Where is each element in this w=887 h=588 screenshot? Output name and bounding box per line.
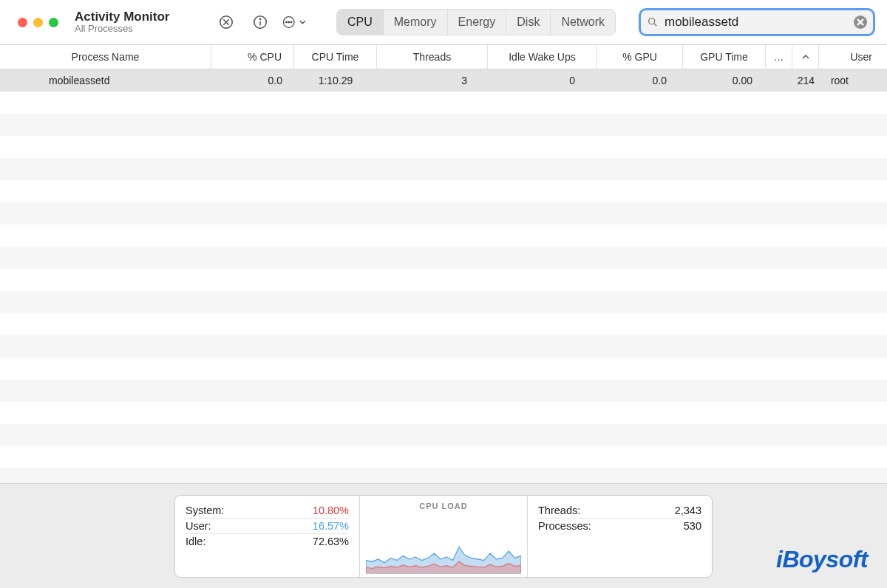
chevron-down-icon xyxy=(299,18,307,27)
col-user[interactable]: User xyxy=(819,45,887,69)
user-value: 16.57% xyxy=(313,520,349,532)
more-options-button[interactable] xyxy=(282,10,307,35)
footer: System: 10.80% User: 16.57% Idle: 72.63%… xyxy=(0,483,887,588)
cell-user: root xyxy=(819,75,887,86)
cell-gpu-time: 0.00 xyxy=(683,75,766,86)
search-input[interactable] xyxy=(665,15,848,30)
col-idle-wakeups[interactable]: Idle Wake Ups xyxy=(488,45,597,69)
table-row xyxy=(0,247,887,269)
idle-value: 72.63% xyxy=(313,536,349,547)
svg-point-9 xyxy=(290,21,292,23)
table-row xyxy=(0,358,887,380)
cell-pid: 214 xyxy=(766,75,819,86)
system-value: 10.80% xyxy=(313,505,349,516)
svg-line-11 xyxy=(654,24,656,26)
watermark-logo: iBoysoft xyxy=(776,546,868,573)
clear-search-button[interactable] xyxy=(854,16,867,29)
cpu-load-graph xyxy=(366,515,521,574)
col-process-name[interactable]: Process Name xyxy=(0,45,211,69)
table-row xyxy=(0,446,887,468)
idle-label: Idle: xyxy=(186,536,205,547)
stop-process-button[interactable] xyxy=(214,10,239,35)
info-icon xyxy=(252,14,268,30)
table-row xyxy=(0,158,887,180)
window-controls xyxy=(18,18,58,27)
cell-gpu: 0.0 xyxy=(597,75,683,86)
col-sort-indicator[interactable] xyxy=(792,45,819,69)
tab-disk[interactable]: Disk xyxy=(506,10,551,35)
cell-process-name: mobileassetd xyxy=(0,75,211,86)
threads-value: 2,343 xyxy=(675,505,701,516)
stop-icon xyxy=(218,14,234,30)
table-row xyxy=(0,424,887,446)
table-row xyxy=(0,313,887,335)
ellipsis-circle-icon xyxy=(282,14,296,30)
table-row xyxy=(0,225,887,247)
app-subtitle: All Processes xyxy=(75,24,200,35)
system-label: System: xyxy=(186,505,224,516)
view-tabs: CPU Memory Energy Disk Network xyxy=(336,9,616,35)
table-row xyxy=(0,269,887,291)
tab-cpu[interactable]: CPU xyxy=(337,10,384,35)
col-gpu-time[interactable]: GPU Time xyxy=(683,45,766,69)
table-row[interactable]: mobileassetd 0.0 1:10.29 3 0 0.0 0.00 21… xyxy=(0,69,887,92)
svg-point-5 xyxy=(259,18,260,19)
col-threads[interactable]: Threads xyxy=(377,45,488,69)
col-cpu-percent[interactable]: % CPU xyxy=(211,45,294,69)
zoom-button[interactable] xyxy=(49,18,58,27)
svg-point-7 xyxy=(286,21,288,23)
table-row xyxy=(0,136,887,158)
col-more[interactable]: … xyxy=(766,45,792,69)
chevron-up-icon xyxy=(802,53,809,61)
title-block: Activity Monitor All Processes xyxy=(75,10,200,35)
cpu-load-chart: CPU LOAD xyxy=(359,496,528,577)
table-row xyxy=(0,335,887,358)
table-row xyxy=(0,402,887,424)
cpu-usage-column: System: 10.80% User: 16.57% Idle: 72.63% xyxy=(175,496,359,577)
close-button[interactable] xyxy=(18,18,27,27)
info-button[interactable] xyxy=(248,10,273,35)
table-row xyxy=(0,180,887,202)
table-row xyxy=(0,291,887,313)
toolbar: Activity Monitor All Processes xyxy=(0,0,887,45)
processes-label: Processes: xyxy=(538,520,591,532)
toolbar-actions xyxy=(214,10,307,35)
tab-memory[interactable]: Memory xyxy=(384,10,448,35)
table-row xyxy=(0,202,887,225)
threads-label: Threads: xyxy=(538,505,580,516)
tab-network[interactable]: Network xyxy=(551,10,615,35)
app-title: Activity Monitor xyxy=(75,10,200,24)
processes-value: 530 xyxy=(684,520,701,532)
tab-energy[interactable]: Energy xyxy=(448,10,507,35)
svg-point-10 xyxy=(649,18,655,24)
cell-threads: 3 xyxy=(377,75,488,86)
cell-wakeups: 0 xyxy=(488,75,597,86)
search-field[interactable] xyxy=(639,8,875,36)
col-gpu-percent[interactable]: % GPU xyxy=(597,45,683,69)
cell-cpu-time: 1:10.29 xyxy=(294,75,377,86)
cpu-stats-card: System: 10.80% User: 16.57% Idle: 72.63%… xyxy=(174,495,713,578)
process-counts-column: Threads: 2,343 Processes: 530 xyxy=(528,496,712,577)
process-table-body: mobileassetd 0.0 1:10.29 3 0 0.0 0.00 21… xyxy=(0,69,887,483)
table-row xyxy=(0,468,887,483)
svg-point-8 xyxy=(288,21,290,23)
watermark-text: iBoysoft xyxy=(776,546,868,573)
close-icon xyxy=(857,18,864,26)
table-row xyxy=(0,380,887,402)
table-row xyxy=(0,92,887,114)
table-header: Process Name % CPU CPU Time Threads Idle… xyxy=(0,45,887,69)
cpu-load-title: CPU LOAD xyxy=(419,502,467,510)
table-row xyxy=(0,114,887,136)
search-icon xyxy=(647,16,659,28)
col-cpu-time[interactable]: CPU Time xyxy=(294,45,377,69)
user-label: User: xyxy=(186,520,211,532)
cell-cpu: 0.0 xyxy=(211,75,294,86)
minimize-button[interactable] xyxy=(33,18,43,27)
